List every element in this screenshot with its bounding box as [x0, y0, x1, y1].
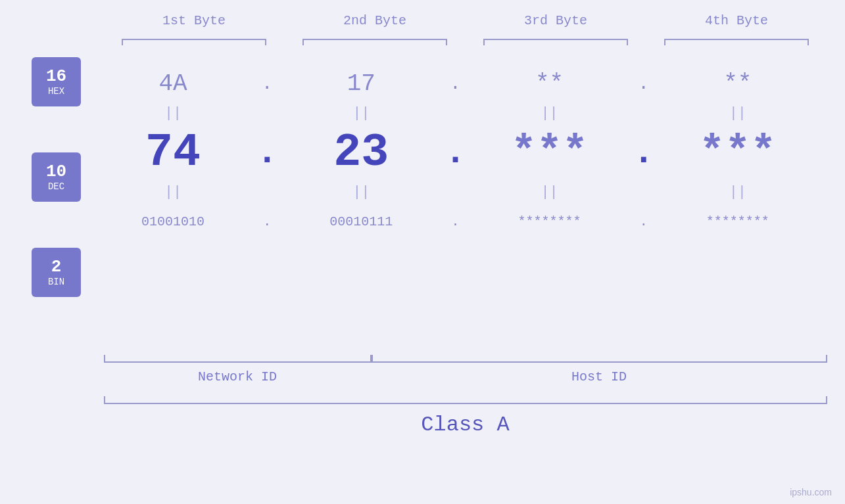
- byte-header-4: 4th Byte: [646, 13, 827, 28]
- bin-badge-label: BIN: [48, 277, 64, 287]
- bin-dot-3: .: [631, 214, 657, 229]
- bin-cell-1: 01001010: [92, 214, 254, 229]
- dec-badge: 10 DEC: [32, 152, 81, 202]
- equals-row-1: || || || ||: [92, 103, 845, 123]
- byte-header-1: 1st Byte: [104, 13, 285, 28]
- network-id-label: Network ID: [104, 369, 372, 384]
- bin-cell-2: 00010111: [280, 214, 442, 229]
- dec-dot-3: .: [631, 132, 657, 173]
- bin-val-1: 01001010: [141, 214, 205, 229]
- hex-cell-2: 17: [280, 70, 442, 97]
- equals-row-2: || || || ||: [92, 182, 845, 202]
- bracket-2: [285, 34, 466, 47]
- bin-badge-num: 2: [51, 258, 62, 277]
- hex-val-2: 17: [347, 70, 375, 97]
- dec-dot-2: .: [443, 132, 469, 173]
- equals-cell-4b: ||: [657, 184, 819, 200]
- hex-cell-3: **: [469, 70, 631, 97]
- badges-column: 16 HEX 10 DEC 2 BIN: [0, 57, 92, 343]
- dec-cell-3: ***: [469, 128, 631, 177]
- hex-cell-1: 4A: [92, 70, 254, 97]
- dec-cell-2: 23: [280, 127, 442, 179]
- bin-badge: 2 BIN: [32, 248, 81, 297]
- hex-dot-sep-1: .: [262, 74, 273, 94]
- bottom-labels: Network ID Host ID: [104, 369, 827, 384]
- hex-dot-sep-2: .: [450, 74, 461, 94]
- content-area: 16 HEX 10 DEC 2 BIN 4A .: [0, 57, 845, 343]
- bin-dot-sep-1: .: [263, 214, 271, 229]
- equals-cell-1a: ||: [92, 105, 254, 122]
- hex-dot-3: .: [631, 74, 657, 94]
- hex-badge-label: HEX: [48, 86, 64, 97]
- dec-badge-num: 10: [46, 162, 66, 181]
- bin-dot-1: .: [254, 214, 280, 229]
- dec-dot-sep-1: .: [256, 132, 278, 173]
- byte-header-3: 3rd Byte: [466, 13, 646, 28]
- bin-val-2: 00010111: [329, 214, 393, 229]
- bottom-section: Network ID Host ID: [104, 350, 827, 384]
- dec-cell-1: 74: [92, 127, 254, 179]
- hex-cell-4: **: [657, 70, 819, 97]
- dec-val-2: 23: [333, 127, 389, 179]
- host-bracket: [372, 350, 827, 366]
- full-bracket-area: Class A: [104, 394, 827, 437]
- bin-dot-sep-3: .: [640, 214, 648, 229]
- dec-cell-4: ***: [657, 128, 819, 177]
- equals-cell-4a: ||: [657, 105, 819, 122]
- equals-cell-3b: ||: [469, 184, 631, 200]
- equals-cell-2a: ||: [280, 105, 442, 122]
- bin-dot-sep-2: .: [451, 214, 459, 229]
- hex-badge: 16 HEX: [32, 57, 81, 106]
- hex-badge-num: 16: [46, 67, 66, 86]
- bin-val-3: ********: [518, 214, 581, 229]
- byte-header-2: 2nd Byte: [285, 13, 466, 28]
- dec-val-4: ***: [699, 128, 776, 177]
- hex-dot-sep-3: .: [638, 74, 649, 94]
- bottom-brackets: [104, 350, 827, 366]
- dec-val-1: 74: [145, 127, 201, 179]
- watermark: ipshu.com: [790, 487, 832, 497]
- class-label: Class A: [104, 413, 827, 437]
- equals-cell-1b: ||: [92, 184, 254, 200]
- hex-dot-2: .: [443, 74, 469, 94]
- hex-val-1: 4A: [159, 70, 187, 97]
- hex-val-4: **: [723, 70, 752, 97]
- bracket-3: [466, 34, 646, 47]
- hex-dot-1: .: [254, 74, 280, 94]
- rows-container: 4A . 17 . ** . **: [92, 57, 845, 241]
- network-bracket: [104, 350, 372, 366]
- bin-row: 01001010 . 00010111 . ******** .: [92, 202, 845, 241]
- bin-cell-3: ********: [469, 214, 631, 229]
- equals-cell-3a: ||: [469, 105, 631, 122]
- hex-row: 4A . 17 . ** . **: [92, 64, 845, 103]
- main-container: 1st Byte 2nd Byte 3rd Byte 4th Byte 16 H…: [0, 0, 845, 504]
- dec-dot-sep-2: .: [445, 132, 466, 173]
- dec-dot-1: .: [254, 132, 280, 173]
- dec-val-3: ***: [511, 128, 588, 177]
- hex-val-3: **: [535, 70, 564, 97]
- dec-dot-sep-3: .: [633, 132, 654, 173]
- bracket-4: [646, 34, 827, 47]
- host-id-label: Host ID: [372, 369, 827, 384]
- dec-badge-label: DEC: [48, 181, 64, 192]
- top-bracket-row: [104, 34, 827, 47]
- bin-val-4: ********: [706, 214, 769, 229]
- bin-cell-4: ********: [657, 214, 819, 229]
- class-bracket: [104, 394, 827, 407]
- bin-dot-2: .: [443, 214, 469, 229]
- dec-row: 74 . 23 . *** . ***: [92, 123, 845, 182]
- equals-cell-2b: ||: [280, 184, 442, 200]
- byte-headers: 1st Byte 2nd Byte 3rd Byte 4th Byte: [104, 13, 827, 28]
- bracket-1: [104, 34, 285, 47]
